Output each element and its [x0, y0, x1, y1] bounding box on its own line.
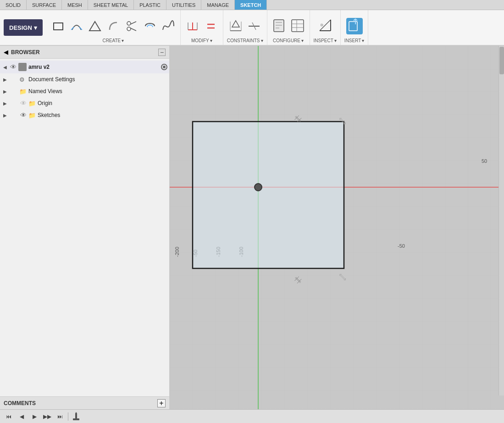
inspect-group-label[interactable]: INSPECT ▾: [314, 38, 337, 43]
configure-icon: [272, 18, 287, 34]
ribbon-group-insert: INSERT ▾: [341, 10, 369, 45]
offset-tool[interactable]: [142, 18, 158, 34]
h-constraint-icon: [247, 18, 261, 34]
tab-manage[interactable]: MANAGE: [201, 0, 235, 10]
timeline-prev-button[interactable]: ◀: [17, 412, 27, 422]
svg-text:-50: -50: [398, 243, 405, 249]
timeline-start-button[interactable]: ⏮: [4, 412, 14, 422]
grid-svg: -200 -150 -100 -50 50 -50 ╪╪ ╪╪ ╪╪ ╪╪ ⟺ …: [170, 46, 504, 409]
table-icon: [290, 18, 305, 34]
arc-tool[interactable]: [68, 18, 85, 34]
origin-folder-icon: 📁: [28, 100, 37, 107]
modify-group-label[interactable]: MODIFY ▾: [191, 38, 212, 43]
canvas[interactable]: -200 -150 -100 -50 50 -50 ╪╪ ╪╪ ╪╪ ╪╪ ⟺ …: [170, 46, 504, 409]
timeline-play-button[interactable]: ▶: [29, 412, 39, 422]
measure-icon: D: [318, 18, 332, 34]
configure-tool[interactable]: [271, 18, 288, 34]
table-tool[interactable]: [289, 18, 306, 34]
horizontal-constraint[interactable]: [246, 18, 262, 34]
component-icon: [18, 63, 27, 71]
insert-group-label[interactable]: INSERT ▾: [344, 38, 365, 43]
origin-eye-icon[interactable]: 👁: [19, 100, 28, 107]
triangle-tool[interactable]: [87, 18, 103, 34]
spline-tool[interactable]: [160, 18, 177, 34]
browser-content: ◀ 👁 amru v2 ▶ ⚙ Document Settings ▶ 📁: [0, 59, 169, 396]
ribbon: DESIGN ▾: [0, 10, 504, 46]
tree-item-sketches[interactable]: ▶ 👁 📁 Sketches: [0, 109, 169, 121]
tree-item-origin[interactable]: ▶ 👁 📁 Origin: [0, 97, 169, 109]
svg-point-5: [127, 27, 131, 31]
sketches-eye-icon[interactable]: 👁: [19, 111, 28, 119]
sketches-label: Sketches: [38, 112, 167, 118]
add-comment-button[interactable]: +: [157, 399, 166, 407]
rectangle-tool[interactable]: [50, 18, 66, 34]
browser-header: ◀ BROWSER −: [0, 46, 169, 59]
tab-solid[interactable]: SOLID: [0, 0, 27, 10]
svg-point-4: [127, 22, 131, 25]
radio-icon[interactable]: [161, 64, 167, 70]
svg-point-50: [255, 184, 262, 191]
tab-sheet-metal[interactable]: SHEET METAL: [88, 0, 134, 10]
scrollbar-right[interactable]: [498, 46, 504, 395]
sketch-dim-icon: [228, 18, 243, 34]
constraints-group-label[interactable]: CONSTRAINTS ▾: [227, 38, 263, 43]
folder-icon: 📁: [19, 88, 28, 95]
marker-icon: [72, 412, 81, 421]
svg-rect-31: [349, 22, 357, 31]
configure-group-label[interactable]: CONFIGURE ▾: [273, 38, 304, 43]
root-arrow[interactable]: ◀: [2, 65, 8, 70]
ribbon-group-create: CREATE ▾: [46, 10, 181, 45]
insert-icon: [347, 18, 362, 34]
equal-tool[interactable]: [203, 18, 219, 34]
timeline-next-button[interactable]: ▶▶: [42, 412, 52, 422]
svg-rect-23: [292, 20, 304, 32]
tab-bar: SOLID SURFACE MESH SHEET METAL PLASTIC U…: [0, 0, 504, 10]
timeline-marker-button[interactable]: [71, 412, 81, 422]
trim-tool[interactable]: [123, 18, 140, 34]
fillet-tool[interactable]: [105, 18, 122, 34]
tab-utilities[interactable]: UTILITIES: [166, 0, 201, 10]
sketches-arrow[interactable]: ▶: [2, 113, 8, 118]
origin-arrow[interactable]: ▶: [2, 101, 8, 106]
tab-plastic[interactable]: PLASTIC: [134, 0, 166, 10]
svg-rect-79: [75, 413, 77, 419]
browser-close-button[interactable]: −: [158, 49, 166, 56]
design-button[interactable]: DESIGN ▾: [4, 19, 43, 36]
dimension-tool[interactable]: [184, 18, 201, 34]
timeline: ⏮ ◀ ▶ ▶▶ ⏭: [0, 409, 504, 423]
measure-tool[interactable]: D: [317, 18, 333, 34]
tab-mesh[interactable]: MESH: [62, 0, 88, 10]
svg-text:-200: -200: [174, 247, 180, 257]
visibility-icon[interactable]: 👁: [9, 63, 17, 71]
rectangle-icon: [52, 20, 65, 33]
origin-label: Origin: [38, 100, 167, 106]
doc-settings-arrow[interactable]: ▶: [2, 77, 8, 82]
root-tree-item[interactable]: ◀ 👁 amru v2: [0, 61, 169, 73]
named-views-arrow[interactable]: ▶: [2, 89, 8, 94]
doc-settings-label: Document Settings: [28, 76, 167, 83]
scrollbar-thumb[interactable]: [499, 47, 504, 74]
tab-sketch[interactable]: SKETCH: [235, 0, 267, 10]
ribbon-group-modify: MODIFY ▾: [181, 10, 223, 45]
svg-marker-3: [89, 22, 100, 31]
svg-text:D: D: [321, 23, 323, 27]
triangle-icon: [89, 20, 101, 33]
timeline-end-button[interactable]: ⏭: [55, 412, 65, 422]
insert-tool[interactable]: [346, 18, 363, 34]
browser-collapse-arrow[interactable]: ◀: [4, 49, 8, 56]
tab-surface[interactable]: SURFACE: [27, 0, 62, 10]
ribbon-group-constraints: CONSTRAINTS ▾: [223, 10, 267, 45]
equal-icon: [205, 20, 217, 33]
offset-icon: [144, 20, 156, 33]
gear-icon: ⚙: [19, 76, 28, 83]
dimension-icon: [186, 20, 199, 33]
named-views-label: Named Views: [28, 88, 167, 95]
tree-item-named-views[interactable]: ▶ 📁 Named Views: [0, 85, 169, 97]
comments-bar: COMMENTS +: [0, 396, 169, 409]
tree-item-document-settings[interactable]: ▶ ⚙ Document Settings: [0, 73, 169, 85]
sketch-dimension-tool[interactable]: [227, 18, 244, 34]
svg-rect-0: [54, 23, 63, 30]
create-group-label[interactable]: CREATE ▾: [102, 38, 124, 43]
arc-icon: [70, 20, 83, 33]
svg-line-7: [130, 28, 136, 31]
